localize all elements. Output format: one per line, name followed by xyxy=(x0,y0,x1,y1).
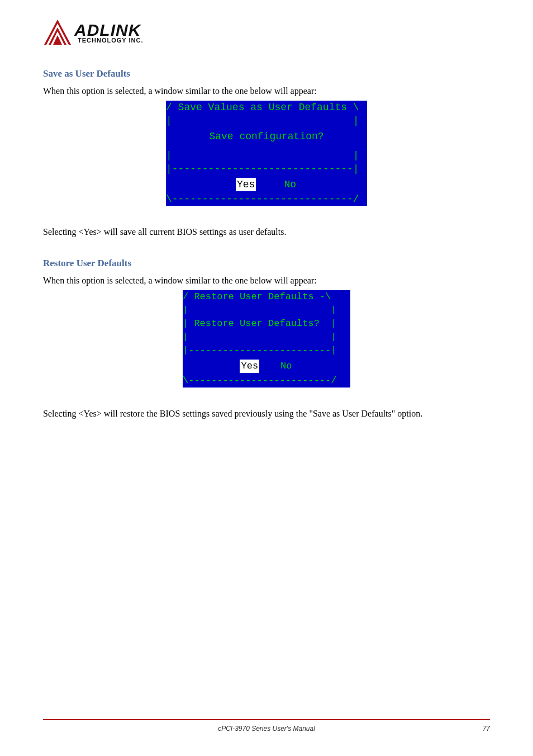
yes-button[interactable]: Yes xyxy=(240,360,259,373)
section-save-user-defaults: Save as User Defaults When this option i… xyxy=(43,68,490,238)
content: Save as User Defaults When this option i… xyxy=(43,68,490,419)
ascii-border-bottom: \------------------------------/ xyxy=(166,192,367,206)
dialog-message-line: | Restore User Defaults? | xyxy=(183,317,350,330)
ascii-border-side: | | xyxy=(183,330,350,344)
section-after: Selecting <Yes> will restore the BIOS se… xyxy=(43,408,490,420)
footer-rule xyxy=(43,719,490,720)
footer-text: cPCI-3970 Series User's Manual xyxy=(43,725,490,733)
section-restore-user-defaults: Restore User Defaults When this option i… xyxy=(43,258,490,419)
ascii-border-mid: |------------------------------| xyxy=(166,162,367,176)
dialog-message: Restore User Defaults? xyxy=(194,318,319,329)
dialog-title: Restore User Defaults xyxy=(194,291,313,302)
footer-page-number: 77 xyxy=(483,725,490,733)
section-intro: When this option is selected, a window s… xyxy=(43,85,490,97)
logo-sub-text: TECHNOLOGY INC. xyxy=(78,37,143,44)
dialog-buttons: Yes No xyxy=(166,176,367,192)
bios-dialog-restore: / Restore User Defaults -\ | | | Restore… xyxy=(183,290,350,388)
section-intro: When this option is selected, a window s… xyxy=(43,275,490,287)
logo-text: ADLINK TECHNOLOGY INC. xyxy=(74,22,143,44)
ascii-border-top: / Save Values as User Defaults \ xyxy=(166,101,367,114)
bios-dialog-save: / Save Values as User Defaults \ | | Sav… xyxy=(166,101,367,206)
dialog-title: Save Values as User Defaults xyxy=(178,102,347,113)
ascii-border-top: / Restore User Defaults -\ xyxy=(183,290,350,304)
no-button[interactable]: No xyxy=(279,360,293,373)
section-heading: Restore User Defaults xyxy=(43,258,490,269)
ascii-border-mid: |-------------------------| xyxy=(183,344,350,357)
ascii-border-side: | | xyxy=(166,149,367,162)
logo: ADLINK TECHNOLOGY INC. xyxy=(43,18,490,47)
ascii-border-bottom: \-------------------------/ xyxy=(183,374,350,388)
dialog-wrap: / Restore User Defaults -\ | | | Restore… xyxy=(43,290,490,388)
document-page: ADLINK TECHNOLOGY INC. Save as User Defa… xyxy=(0,0,533,756)
logo-mark-icon xyxy=(43,18,72,47)
section-heading: Save as User Defaults xyxy=(43,68,490,79)
dialog-buttons: Yes No xyxy=(183,357,350,374)
ascii-border-side: | | xyxy=(183,304,350,317)
yes-button[interactable]: Yes xyxy=(236,178,256,191)
ascii-border-side: | | xyxy=(166,114,367,127)
section-after: Selecting <Yes> will save all current BI… xyxy=(43,226,490,238)
dialog-message: Save configuration? xyxy=(166,127,367,149)
dialog-wrap: / Save Values as User Defaults \ | | Sav… xyxy=(43,101,490,206)
no-button[interactable]: No xyxy=(283,178,297,191)
logo-main-text: ADLINK xyxy=(74,22,143,39)
